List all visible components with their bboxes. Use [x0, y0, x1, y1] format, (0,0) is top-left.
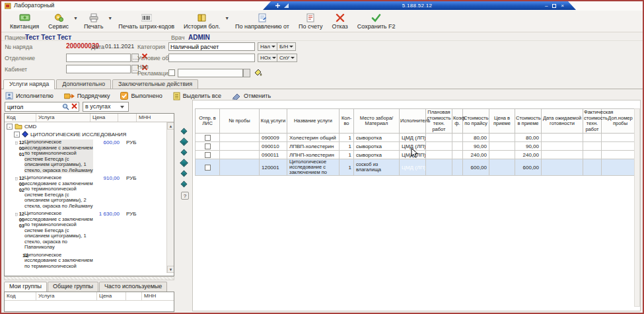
groups-col-price[interactable]: Цена — [97, 292, 126, 300]
col-send-to-lis[interactable]: Отпр. в ЛИС — [196, 109, 220, 134]
nox-dropdown[interactable]: НОх — [258, 54, 279, 62]
tab-additional[interactable]: Дополнительно — [56, 79, 111, 89]
tree-root-node[interactable]: - CMD — [5, 122, 174, 130]
groups-col-mnn[interactable]: МНН — [142, 292, 168, 300]
history-button[interactable]: История бол. — [179, 12, 225, 32]
reclamation-lookup-button[interactable] — [243, 69, 250, 77]
save-button[interactable]: Сохранить F2 — [353, 12, 400, 32]
fill-color-button[interactable] — [253, 67, 263, 79]
col-price-in-accept[interactable]: Цена в приеме — [489, 109, 515, 134]
cash-dropdown[interactable]: Нал — [258, 42, 278, 51]
tree-horizontal-scrollbar[interactable] — [4, 276, 174, 280]
service-name: Цитологическое исследование с заключение… — [24, 139, 93, 173]
tree-col-service[interactable]: Услуга — [36, 114, 90, 122]
col-cost-in-accept[interactable]: Стоимость в приеме — [515, 109, 542, 134]
done-icon — [120, 92, 128, 100]
table-row[interactable]: 090009 Холестерин общий 1 сыворотка ЦМД … — [196, 134, 639, 142]
cashless-dropdown[interactable]: Б/Н — [277, 42, 296, 51]
restore-icon[interactable] — [552, 4, 556, 8]
tree-col-code[interactable]: Код — [5, 114, 36, 122]
department-label: Отделение — [5, 55, 35, 61]
main-toolbar: Квитанция Сервис ▼ Печать ▼ Печать штрих… — [1, 11, 643, 32]
tree-item[interactable]: 12 00 01 Цитологическое исследование с з… — [5, 139, 174, 173]
service-price: 600,00 — [93, 139, 121, 173]
col-service-code[interactable]: Код услуги — [260, 109, 287, 134]
col-price-list-cost[interactable]: Стоимость по прайсу — [463, 109, 489, 134]
collapse-icon[interactable]: - — [14, 132, 20, 137]
reclamation-checkbox[interactable] — [168, 69, 175, 76]
tree-col-price[interactable]: Цена — [90, 114, 118, 122]
tree-item[interactable]: 12 00 03 Цитологическое исследование с з… — [5, 211, 174, 251]
table-row-selected[interactable]: 120001 Цитологическое исследование с зак… — [196, 159, 639, 176]
done-button[interactable]: Выполнено — [120, 92, 162, 100]
service-button[interactable]: Сервис — [44, 12, 73, 32]
group-tabs: Мои группы Общие группы Часто используем… — [4, 282, 168, 292]
lis-checkbox[interactable] — [205, 143, 211, 149]
lis-checkbox[interactable] — [205, 165, 211, 171]
selected-executor-cell[interactable]: ЦМД (ЛП) — [400, 159, 426, 176]
orders-vertical-scrollbar[interactable] — [634, 108, 640, 307]
col-service-name[interactable]: Название услуги — [287, 109, 340, 134]
move-left-button[interactable] — [181, 149, 188, 156]
move-right-button[interactable] — [181, 128, 188, 135]
tab-frequently-used[interactable]: Часто используемые — [99, 282, 167, 292]
chevron-down-icon[interactable]: ▼ — [73, 16, 78, 20]
print-barcodes-button[interactable]: Печать штрих-кодов — [114, 12, 179, 32]
col-actual-cost[interactable]: Фактическая стоимость техн. работ — [583, 109, 602, 134]
chevron-down-icon[interactable]: ▼ — [108, 16, 112, 20]
tree-col-currency[interactable] — [118, 114, 137, 122]
category-field[interactable] — [168, 42, 255, 51]
help-button[interactable]: ? — [181, 192, 189, 200]
tab-final-actions[interactable]: Заключительные действия — [112, 79, 198, 89]
service-name: Цитологическое исследование с заключение… — [24, 253, 93, 270]
lis-checkbox[interactable] — [205, 152, 211, 158]
tab-my-groups[interactable]: Мои группы — [4, 282, 47, 292]
groups-col-service[interactable]: Услуга — [36, 292, 97, 300]
col-coefficient[interactable]: Коэф. ф. — [452, 109, 463, 134]
to-executor-button[interactable]: Исполнителю — [5, 92, 54, 100]
tab-order-services[interactable]: Услуги наряда — [3, 79, 55, 89]
condition-field[interactable] — [168, 54, 255, 62]
col-material[interactable]: Место забора/Материал — [354, 109, 400, 134]
tree-vertical-scrollbar[interactable]: ▲ ▼ — [166, 122, 174, 273]
service-icon — [54, 13, 64, 22]
move-down-button[interactable] — [181, 181, 188, 188]
refuse-button[interactable]: Отказ — [327, 12, 352, 32]
pin-icon[interactable] — [275, 3, 281, 9]
col-executor[interactable]: Исполнитель — [400, 109, 426, 134]
tree-col-mnn[interactable]: МНН — [137, 114, 163, 122]
move-up-button[interactable] — [181, 171, 188, 177]
collapse-icon[interactable]: - — [7, 124, 13, 130]
chevron-down-icon[interactable]: ▼ — [225, 16, 229, 20]
to-contractor-button[interactable]: Подрядчику — [64, 93, 110, 100]
tree-item[interactable]: 12 00 02 Цитологическое исследование с з… — [5, 175, 174, 209]
by-invoice-button[interactable]: По счету — [294, 12, 328, 32]
department-field[interactable] — [66, 54, 131, 62]
print-button[interactable]: Печать — [79, 12, 108, 32]
service-price: 910,00 — [93, 175, 121, 209]
close-icon[interactable]: × — [561, 3, 564, 9]
tab-shared-groups[interactable]: Общие группы — [48, 282, 98, 292]
select-all-button[interactable]: Выделить все — [173, 92, 221, 100]
receipt-button[interactable]: Квитанция — [5, 12, 44, 32]
minimize-icon[interactable]: – — [545, 3, 548, 9]
move-all-left-button[interactable] — [180, 159, 188, 167]
scroll-down-icon[interactable]: ▼ — [167, 266, 174, 273]
search-icon-button[interactable] — [62, 103, 69, 112]
tree-item[interactable]: 12 Цитологическое исследование с заключе… — [5, 253, 174, 270]
move-all-right-button[interactable] — [180, 137, 188, 146]
by-referral-button[interactable]: По направлению от — [231, 12, 294, 32]
col-quantity[interactable]: Кол-во — [340, 109, 354, 134]
cancel-button[interactable]: Отменить — [232, 93, 271, 100]
search-clear-button[interactable] — [71, 103, 77, 110]
service-price: 1 630,00 — [93, 211, 121, 251]
tree-group-node[interactable]: - ЦИТОЛОГИЧЕСКИЕ ИССЛЕДОВАНИЯ — [5, 130, 174, 138]
spu-dropdown[interactable]: СпУ — [277, 54, 297, 62]
scroll-up-icon[interactable]: ▲ — [167, 122, 174, 130]
col-expected-date[interactable]: Дата ожидаемой готовности — [542, 109, 583, 134]
col-sample-number[interactable]: № пробы — [220, 109, 260, 134]
lis-checkbox[interactable] — [205, 135, 211, 141]
groups-col-code[interactable]: Код — [5, 292, 36, 300]
cabinet-field[interactable] — [66, 65, 131, 73]
reclamation-field[interactable] — [178, 69, 243, 77]
